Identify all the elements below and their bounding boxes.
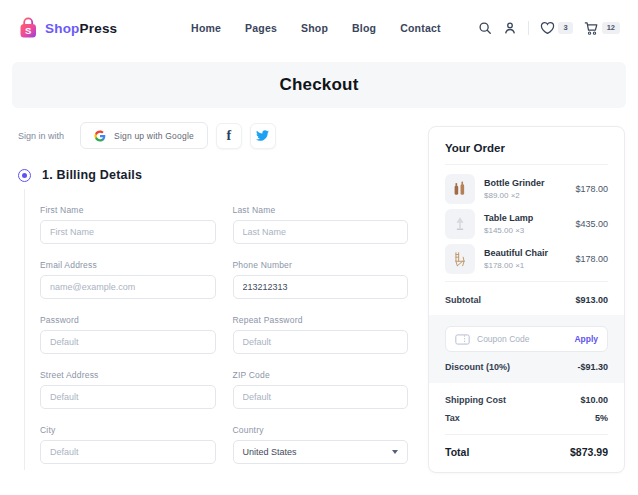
street-address-label: Street Address (40, 370, 216, 380)
country-label: Country (233, 425, 409, 435)
item-line-total: $178.00 (575, 254, 608, 264)
zip-code-label: ZIP Code (233, 370, 409, 380)
password-field: Password (40, 315, 216, 354)
item-name: Beautiful Chair (484, 248, 575, 258)
twitter-icon (256, 129, 269, 142)
divider (445, 281, 608, 282)
phone-input[interactable] (233, 275, 409, 299)
main-content: Sign in with Sign up with Google f (0, 108, 638, 480)
repeat-password-input[interactable] (233, 330, 409, 354)
street-address-input[interactable] (40, 385, 216, 409)
country-field: Country United States (233, 425, 409, 464)
cart-button[interactable]: 12 (584, 21, 620, 36)
order-item-beautiful-chair: Beautiful Chair $178.00 ×1 $178.00 (445, 244, 608, 274)
google-signup-button[interactable]: Sign up with Google (80, 122, 208, 149)
order-item-bottle-grinder: Bottle Grinder $89.00 ×2 $178.00 (445, 174, 608, 204)
apply-coupon-button[interactable]: Apply (574, 334, 598, 344)
order-summary-card: Your Order Bottle Grinder $89.00 ×2 (428, 126, 625, 473)
shipping-label: Shipping Cost (445, 395, 506, 405)
first-name-input[interactable] (40, 220, 216, 244)
zip-code-field: ZIP Code (233, 370, 409, 409)
discount-row: Discount (10%) -$91.30 (445, 362, 608, 372)
facebook-signin-button[interactable]: f (216, 123, 242, 149)
checkout-form-column: Sign in with Sign up with Google f (18, 108, 408, 480)
email-input[interactable] (40, 275, 216, 299)
phone-field: Phone Number (233, 260, 409, 299)
wishlist-count-badge: 3 (558, 22, 572, 34)
nav-item-shop[interactable]: Shop (301, 22, 328, 34)
brand-name: ShopPress (45, 21, 117, 36)
item-unit-price: $145.00 ×3 (484, 226, 575, 235)
total-value: $873.99 (570, 446, 608, 458)
coupon-section: Apply Discount (10%) -$91.30 (429, 315, 624, 383)
chevron-down-icon (392, 450, 398, 454)
item-name: Bottle Grinder (484, 178, 575, 188)
first-name-field: First Name (40, 205, 216, 244)
shipping-row: Shipping Cost $10.00 (445, 395, 608, 405)
tax-row: Tax 5% (445, 413, 608, 423)
coupon-ticket-icon (455, 334, 470, 345)
signin-row: Sign in with Sign up with Google f (18, 122, 408, 149)
shopping-bag-logo-icon: S (18, 17, 39, 39)
search-icon[interactable] (478, 21, 492, 35)
total-row: Total $873.99 (445, 435, 608, 458)
country-select[interactable]: United States (233, 440, 409, 464)
coupon-code-input[interactable] (477, 334, 574, 344)
icon-divider (528, 21, 529, 35)
table-lamp-thumbnail (445, 209, 475, 239)
cart-count-badge: 12 (602, 22, 620, 34)
nav-item-home[interactable]: Home (191, 22, 221, 34)
bottle-grinder-image (451, 180, 469, 198)
facebook-icon: f (227, 129, 232, 143)
svg-text:S: S (25, 25, 31, 36)
signin-label: Sign in with (18, 131, 64, 141)
twitter-signin-button[interactable] (250, 123, 276, 149)
nav-item-pages[interactable]: Pages (245, 22, 277, 34)
billing-step-radio[interactable] (18, 169, 31, 182)
total-label: Total (445, 446, 469, 458)
item-line-total: $435.00 (575, 219, 608, 229)
subtotal-value: $913.00 (575, 295, 608, 305)
zip-code-input[interactable] (233, 385, 409, 409)
google-icon (94, 130, 106, 142)
nav-item-contact[interactable]: Contact (400, 22, 440, 34)
item-unit-price: $178.00 ×1 (484, 261, 575, 270)
password-label: Password (40, 315, 216, 325)
tax-label: Tax (445, 413, 460, 423)
beautiful-chair-image (451, 250, 469, 268)
google-signup-label: Sign up with Google (114, 131, 194, 141)
wishlist-button[interactable]: 3 (540, 21, 572, 35)
order-item-table-lamp: Table Lamp $145.00 ×3 $435.00 (445, 209, 608, 239)
last-name-field: Last Name (233, 205, 409, 244)
bottle-grinder-thumbnail (445, 174, 475, 204)
subtotal-label: Subtotal (445, 295, 481, 305)
password-input[interactable] (40, 330, 216, 354)
cart-icon (584, 21, 599, 36)
billing-form-wrap: First Name Last Name Email Address Phone… (18, 205, 408, 480)
heart-icon (540, 21, 555, 35)
user-icon[interactable] (503, 21, 517, 35)
nav-item-blog[interactable]: Blog (352, 22, 376, 34)
country-selected-value: United States (243, 447, 297, 457)
order-summary-title: Your Order (445, 142, 608, 165)
city-field: City (40, 425, 216, 464)
item-name: Table Lamp (484, 213, 575, 223)
email-label: Email Address (40, 260, 216, 270)
coupon-input-box: Apply (445, 326, 608, 352)
table-lamp-image (451, 215, 469, 233)
item-line-total: $178.00 (575, 184, 608, 194)
last-name-input[interactable] (233, 220, 409, 244)
header-icons: 3 12 (478, 21, 620, 36)
step-connector-line (24, 189, 25, 470)
beautiful-chair-thumbnail (445, 244, 475, 274)
phone-label: Phone Number (233, 260, 409, 270)
shipping-value: $10.00 (580, 395, 608, 405)
page-title: Checkout (279, 75, 358, 95)
city-label: City (40, 425, 216, 435)
city-input[interactable] (40, 440, 216, 464)
email-field: Email Address (40, 260, 216, 299)
shoppress-logo[interactable]: S ShopPress (18, 17, 117, 39)
main-nav: Home Pages Shop Blog Contact (191, 22, 441, 34)
site-header: S ShopPress Home Pages Shop Blog Contact (0, 0, 638, 56)
page-title-banner: Checkout (12, 62, 626, 108)
